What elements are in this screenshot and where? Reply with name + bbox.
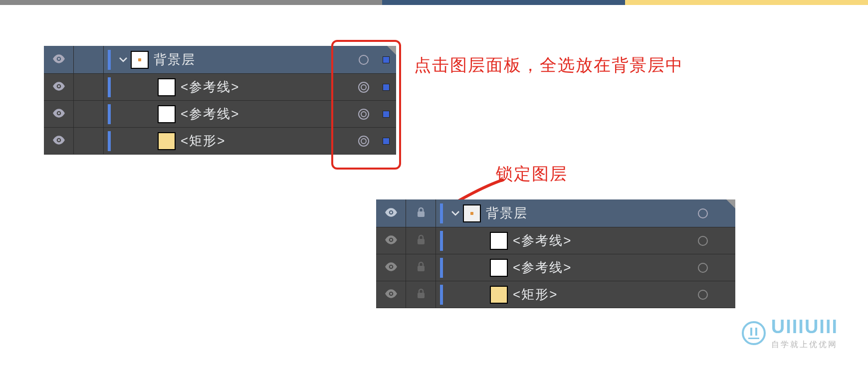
lock-icon [416, 261, 426, 274]
visibility-toggle[interactable] [376, 254, 406, 281]
layers-panel-2: 背景层 <参考线> <参考线> <矩形> [376, 199, 735, 308]
visibility-toggle[interactable] [376, 199, 406, 227]
layer-color-indicator [440, 203, 443, 223]
layer-row[interactable]: <参考线> [376, 254, 735, 281]
eye-icon [385, 207, 398, 219]
target-indicator[interactable] [690, 254, 715, 281]
visibility-toggle[interactable] [44, 46, 74, 73]
target-indicator[interactable] [690, 199, 715, 227]
annotation-text-lock-layer: 锁定图层 [496, 163, 568, 186]
layer-name[interactable]: <矩形> [513, 286, 690, 303]
svg-point-14 [390, 238, 392, 240]
layer-color-indicator [440, 285, 443, 305]
svg-rect-25 [755, 328, 757, 336]
svg-point-0 [57, 57, 59, 59]
lock-icon [416, 207, 426, 220]
layer-name[interactable]: 背景层 [154, 51, 351, 68]
eye-icon [385, 289, 398, 301]
layer-row[interactable]: <参考线> [376, 227, 735, 254]
svg-rect-12 [418, 211, 425, 217]
svg-point-19 [698, 263, 707, 272]
layer-thumbnail [158, 132, 176, 150]
top-color-bar [0, 0, 868, 5]
annotation-text-select-all: 点击图层面板，全选放在背景层中 [414, 54, 683, 77]
lock-toggle[interactable] [406, 199, 436, 227]
svg-rect-18 [418, 266, 425, 271]
watermark-tagline: 自学就上优优网 [771, 340, 838, 350]
eye-icon [385, 235, 398, 247]
svg-point-11 [390, 211, 392, 213]
visibility-toggle[interactable] [376, 281, 406, 308]
eye-icon [52, 54, 65, 66]
layer-color-indicator [108, 104, 111, 124]
svg-rect-24 [750, 328, 752, 336]
eye-icon [385, 262, 398, 274]
lock-icon [416, 288, 426, 301]
eye-icon [52, 81, 65, 93]
layer-name[interactable]: <参考线> [181, 78, 351, 96]
svg-rect-26 [748, 338, 759, 339]
panel-corner-tag [726, 199, 735, 208]
visibility-toggle[interactable] [44, 74, 74, 100]
svg-point-8 [57, 139, 59, 141]
svg-point-17 [390, 265, 392, 267]
layer-color-indicator [108, 131, 111, 151]
layer-header-row[interactable]: 背景层 [376, 199, 735, 227]
svg-point-16 [698, 236, 707, 245]
lock-toggle[interactable] [406, 281, 436, 308]
lock-toggle[interactable] [406, 254, 436, 281]
layer-name[interactable]: 背景层 [486, 204, 690, 222]
expand-toggle[interactable] [448, 210, 463, 216]
layer-thumbnail [490, 286, 508, 304]
svg-point-13 [698, 209, 707, 218]
layer-color-indicator [440, 231, 443, 251]
eye-icon [52, 135, 65, 147]
svg-point-5 [57, 112, 59, 114]
watermark: UIIIUIII 自学就上优优网 [741, 316, 838, 350]
watermark-brand: UIIIUIII [771, 316, 838, 338]
svg-point-2 [57, 85, 59, 87]
annotation-highlight-box [331, 40, 401, 170]
layer-name[interactable]: <参考线> [181, 105, 351, 123]
lock-toggle[interactable] [406, 227, 436, 254]
target-indicator[interactable] [690, 281, 715, 308]
svg-point-22 [698, 290, 707, 299]
layer-thumbnail [158, 78, 176, 96]
layer-color-indicator [108, 77, 111, 97]
layer-row[interactable]: <矩形> [376, 281, 735, 308]
layer-color-indicator [108, 50, 111, 70]
layer-name[interactable]: <参考线> [513, 259, 690, 276]
layer-thumbnail [463, 204, 481, 222]
visibility-toggle[interactable] [376, 227, 406, 254]
lock-icon [416, 234, 426, 247]
visibility-toggle[interactable] [44, 101, 74, 127]
layer-name[interactable]: <矩形> [181, 132, 351, 150]
svg-point-23 [743, 322, 765, 344]
layer-thumbnail [490, 232, 508, 250]
layer-thumbnail [131, 51, 149, 69]
target-indicator[interactable] [690, 227, 715, 254]
visibility-toggle[interactable] [44, 128, 74, 154]
svg-rect-21 [418, 293, 425, 298]
eye-icon [52, 108, 65, 120]
svg-rect-15 [418, 239, 425, 244]
svg-point-20 [390, 292, 392, 294]
layer-thumbnail [158, 105, 176, 123]
layer-name[interactable]: <参考线> [513, 232, 690, 249]
layer-thumbnail [490, 259, 508, 277]
layer-color-indicator [440, 258, 443, 278]
expand-toggle[interactable] [116, 57, 131, 63]
